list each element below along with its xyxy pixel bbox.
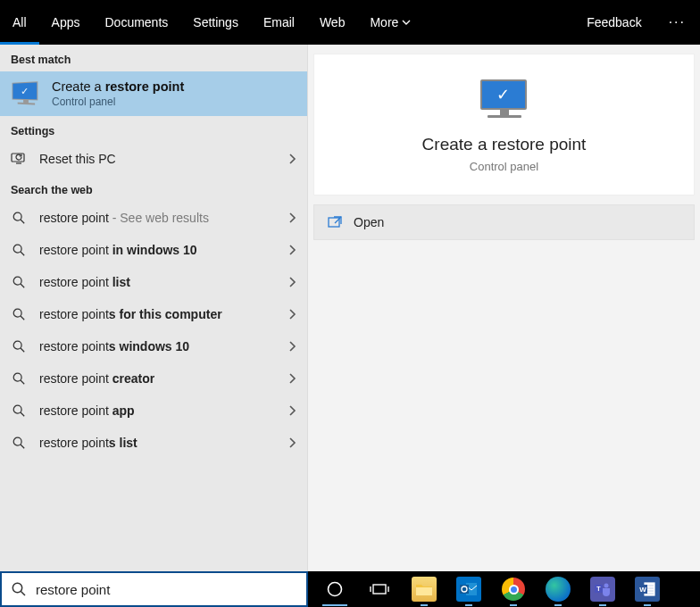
detail-subtitle: Control panel	[470, 160, 538, 173]
web-result-label: restore point app	[39, 403, 275, 418]
chevron-right-icon	[288, 308, 296, 320]
section-search-web: Search the web	[0, 175, 307, 202]
svg-point-2	[13, 245, 21, 253]
restore-point-large-icon: ✓	[480, 79, 529, 122]
taskbar-cortana[interactable]	[317, 571, 353, 607]
taskbar-task-view[interactable]	[362, 571, 397, 607]
svg-point-10	[12, 583, 21, 592]
tab-email[interactable]: Email	[251, 0, 307, 45]
web-result[interactable]: restore points for this computer	[0, 298, 307, 330]
svg-point-8	[13, 437, 21, 445]
chevron-right-icon	[288, 437, 296, 449]
bottom-bar: T W	[0, 571, 700, 607]
search-icon	[11, 243, 27, 257]
search-icon	[11, 211, 27, 225]
svg-text:T: T	[596, 586, 601, 592]
results-panel: Best match ✓ Create a restore point Cont…	[0, 45, 308, 571]
taskbar-edge[interactable]	[540, 571, 576, 607]
search-icon	[11, 581, 27, 597]
web-result[interactable]: restore point app	[0, 395, 307, 427]
web-result[interactable]: restore points list	[0, 427, 307, 459]
svg-point-7	[13, 405, 21, 413]
feedback-link[interactable]: Feedback	[574, 0, 654, 45]
web-result-label: restore points for this computer	[39, 307, 275, 321]
taskbar: T W	[308, 571, 700, 607]
svg-rect-12	[373, 585, 386, 594]
web-result-label: restore point - See web results	[39, 211, 275, 225]
web-result-label: restore point list	[39, 275, 275, 289]
taskbar-teams[interactable]: T	[585, 571, 621, 607]
taskbar-chrome[interactable]	[496, 571, 531, 607]
web-result-label: restore point in windows 10	[39, 243, 275, 257]
web-result[interactable]: restore point creator	[0, 362, 307, 395]
settings-result-reset-pc[interactable]: Reset this PC	[0, 143, 307, 175]
taskbar-word[interactable]: W	[629, 571, 665, 607]
open-icon	[327, 214, 343, 230]
detail-title: Create a restore point	[422, 135, 587, 154]
more-options-button[interactable]: ···	[654, 14, 700, 30]
chevron-right-icon	[288, 276, 296, 288]
tab-web[interactable]: Web	[307, 0, 358, 45]
chevron-right-icon	[288, 244, 296, 256]
taskbar-file-explorer[interactable]	[406, 571, 442, 607]
chevron-right-icon	[288, 340, 296, 353]
svg-point-6	[13, 373, 21, 381]
search-input[interactable]	[36, 582, 297, 597]
svg-rect-13	[416, 587, 432, 595]
web-result[interactable]: restore point - See web results	[0, 202, 307, 234]
chevron-right-icon	[288, 372, 296, 385]
web-result[interactable]: restore point list	[0, 266, 307, 298]
svg-rect-9	[329, 218, 339, 227]
chevron-right-icon	[288, 212, 296, 224]
section-best-match: Best match	[0, 45, 307, 71]
search-icon	[11, 339, 27, 353]
svg-point-1	[13, 212, 21, 220]
svg-point-4	[13, 309, 21, 317]
search-icon	[11, 307, 27, 321]
svg-point-11	[329, 583, 342, 596]
search-scope-tabbar: All Apps Documents Settings Email Web Mo…	[0, 0, 700, 45]
section-settings: Settings	[0, 116, 307, 143]
search-icon	[11, 436, 27, 450]
open-action[interactable]: Open	[313, 204, 695, 240]
web-result[interactable]: restore points windows 10	[0, 330, 307, 362]
detail-card: ✓ Create a restore point Control panel	[313, 54, 695, 195]
svg-text:W: W	[639, 586, 646, 594]
search-icon	[11, 275, 27, 289]
reset-pc-icon	[11, 151, 27, 167]
best-match-result[interactable]: ✓ Create a restore point Control panel	[0, 71, 307, 116]
search-icon	[11, 371, 27, 386]
chevron-right-icon	[288, 404, 296, 417]
search-icon	[11, 403, 27, 418]
web-result-label: restore points windows 10	[39, 339, 275, 353]
tab-settings[interactable]: Settings	[180, 0, 251, 45]
taskbar-outlook[interactable]	[451, 571, 487, 607]
svg-point-3	[13, 277, 21, 285]
web-result-label: restore point creator	[39, 371, 275, 386]
tab-all[interactable]: All	[0, 0, 39, 45]
search-box[interactable]	[0, 571, 308, 607]
tab-apps[interactable]: Apps	[39, 0, 93, 45]
chevron-right-icon	[288, 153, 296, 165]
detail-panel: ✓ Create a restore point Control panel O…	[308, 45, 700, 571]
chevron-down-icon	[402, 18, 411, 27]
svg-point-5	[13, 341, 21, 349]
web-result[interactable]: restore point in windows 10	[0, 234, 307, 266]
tab-more[interactable]: More	[357, 0, 423, 45]
restore-point-icon: ✓	[11, 82, 41, 105]
svg-point-19	[604, 584, 609, 588]
web-result-label: restore points list	[39, 436, 275, 450]
tab-documents[interactable]: Documents	[92, 0, 180, 45]
